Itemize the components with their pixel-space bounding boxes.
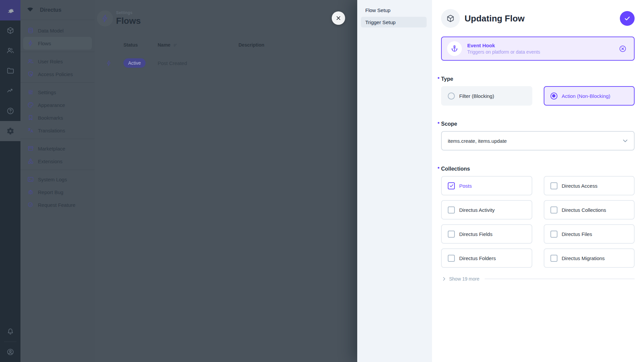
sort-icon bbox=[173, 43, 178, 48]
show-more-toggle[interactable]: Show 19 more bbox=[441, 276, 635, 282]
sidebar-item-flows[interactable]: Flows bbox=[23, 37, 92, 50]
collection-checkbox-directus-access[interactable]: Directus Access bbox=[544, 176, 635, 195]
drawer-header: Updating Flow bbox=[441, 9, 635, 28]
column-header-status[interactable]: Status bbox=[123, 42, 158, 48]
radio-action-non-blocking[interactable]: Action (Non-Blocking) bbox=[544, 86, 635, 106]
module-insights-button[interactable] bbox=[0, 81, 20, 101]
collection-checkbox-directus-files[interactable]: Directus Files bbox=[544, 224, 635, 244]
sidebar-item-system-logs[interactable]: System Logs bbox=[23, 173, 92, 186]
sidebar-item-user-roles[interactable]: User Roles bbox=[23, 55, 92, 68]
collection-checkbox-directus-fields[interactable]: Directus Fields bbox=[441, 224, 532, 244]
page-title: Flows bbox=[116, 16, 141, 26]
sidebar-item-extensions[interactable]: Extensions bbox=[23, 155, 92, 168]
page-icon-circle bbox=[97, 10, 113, 26]
sidebar-item-settings[interactable]: Settings bbox=[23, 86, 92, 99]
sidebar-item-label: Report Bug bbox=[38, 189, 63, 195]
checkbox-icon bbox=[448, 206, 455, 214]
scope-section-label: Scope bbox=[441, 121, 457, 127]
scope-select[interactable]: items.create, items.update bbox=[441, 131, 635, 150]
drawer-title: Updating Flow bbox=[465, 13, 620, 24]
chevron-down-icon bbox=[621, 137, 629, 145]
module-content-button[interactable] bbox=[0, 20, 20, 41]
directus-rabbit-icon bbox=[5, 5, 15, 15]
close-icon bbox=[335, 14, 342, 22]
chevron-right-icon bbox=[441, 276, 447, 282]
sidebar-item-label: Extensions bbox=[38, 159, 62, 164]
collections-section-label: Collections bbox=[441, 166, 470, 172]
nav-divider bbox=[20, 52, 95, 52]
scope-select-value: items.create, items.update bbox=[448, 138, 621, 144]
account-circle-icon bbox=[6, 348, 14, 356]
notifications-button[interactable] bbox=[0, 321, 20, 342]
checkbox-icon bbox=[550, 255, 557, 262]
module-files-button[interactable] bbox=[0, 61, 20, 81]
sidebar-item-label: Request Feature bbox=[38, 202, 75, 208]
sidebar-item-data-model[interactable]: Data Model bbox=[23, 24, 92, 37]
extensions-icon bbox=[27, 158, 34, 165]
flow-drawer: Flow Setup Trigger Setup Updating Flow E… bbox=[357, 0, 644, 362]
save-button[interactable] bbox=[620, 11, 635, 26]
sidebar-item-label: Bookmarks bbox=[38, 115, 63, 121]
drawer-nav-trigger-setup[interactable]: Trigger Setup bbox=[361, 17, 427, 27]
status-badge: Active bbox=[123, 58, 146, 68]
insights-icon bbox=[6, 87, 14, 95]
sidebar-item-label: Marketplace bbox=[38, 146, 65, 152]
flow-name-cell: Post Created bbox=[158, 60, 238, 66]
anchor-icon bbox=[450, 45, 459, 53]
settings-nav-sidebar: Directus Data Model Flows User Roles Acc… bbox=[20, 0, 95, 362]
sidebar-item-translations[interactable]: Translations bbox=[23, 124, 92, 137]
project-header[interactable]: Directus bbox=[20, 0, 95, 20]
drawer-icon-circle bbox=[441, 9, 460, 28]
folder-icon bbox=[6, 67, 14, 75]
sidebar-item-appearance[interactable]: Appearance bbox=[23, 99, 92, 111]
module-users-button[interactable] bbox=[0, 41, 20, 61]
required-dot bbox=[438, 77, 439, 79]
bookmark-icon bbox=[27, 114, 34, 121]
sidebar-item-label: Translations bbox=[38, 128, 65, 133]
checkbox-icon bbox=[550, 231, 557, 238]
collection-checkbox-directus-collections[interactable]: Directus Collections bbox=[544, 200, 635, 220]
sidebar-item-label: Access Policies bbox=[38, 71, 73, 77]
sidebar-item-bookmarks[interactable]: Bookmarks bbox=[23, 111, 92, 124]
sidebar-item-request-feature[interactable]: Request Feature bbox=[23, 198, 92, 211]
radio-filter-blocking[interactable]: Filter (Blocking) bbox=[441, 86, 532, 106]
database-icon bbox=[27, 27, 34, 34]
drawer-main-panel: Updating Flow Event Hook Triggers on pla… bbox=[432, 0, 644, 362]
breadcrumb[interactable]: Settings bbox=[116, 10, 141, 15]
anchor-icon-circle bbox=[447, 41, 462, 56]
sidebar-item-label: User Roles bbox=[38, 59, 63, 64]
sidebar-item-label: Flows bbox=[38, 41, 51, 46]
trigger-card-title: Event Hook bbox=[467, 43, 619, 48]
user-avatar-button[interactable] bbox=[0, 342, 20, 362]
drawer-close-button[interactable] bbox=[332, 11, 345, 25]
collection-checkbox-directus-activity[interactable]: Directus Activity bbox=[441, 200, 532, 220]
directus-logo-button[interactable] bbox=[0, 0, 20, 20]
trigger-type-card[interactable]: Event Hook Triggers on platform or data … bbox=[441, 37, 635, 61]
module-bar-spacer bbox=[0, 141, 20, 321]
badge-check-icon bbox=[27, 201, 34, 208]
radio-icon bbox=[448, 93, 455, 100]
sidebar-item-marketplace[interactable]: Marketplace bbox=[23, 142, 92, 155]
bolt-icon bbox=[101, 14, 109, 23]
module-settings-button[interactable] bbox=[0, 121, 20, 141]
collection-checkbox-directus-folders[interactable]: Directus Folders bbox=[441, 248, 532, 268]
remove-trigger-icon[interactable] bbox=[619, 45, 627, 53]
gear-icon bbox=[6, 127, 14, 135]
module-bar bbox=[0, 0, 20, 362]
sidebar-item-access-policies[interactable]: Access Policies bbox=[23, 68, 92, 80]
collection-checkbox-posts[interactable]: Posts bbox=[441, 176, 532, 195]
project-name: Directus bbox=[40, 7, 61, 13]
drawer-nav-flow-setup[interactable]: Flow Setup bbox=[361, 5, 427, 15]
shield-key-icon bbox=[27, 71, 34, 77]
checkbox-icon bbox=[448, 255, 455, 262]
nav-list: Data Model Flows User Roles Access Polic… bbox=[20, 20, 95, 211]
trigger-card-subtitle: Triggers on platform or data events bbox=[467, 49, 619, 55]
column-header-name[interactable]: Name bbox=[158, 42, 238, 48]
collection-checkbox-directus-migrations[interactable]: Directus Migrations bbox=[544, 248, 635, 268]
module-docs-button[interactable] bbox=[0, 101, 20, 121]
checkbox-icon bbox=[550, 206, 557, 214]
checkbox-icon bbox=[448, 231, 455, 238]
required-dot bbox=[438, 167, 439, 169]
sidebar-item-report-bug[interactable]: Report Bug bbox=[23, 186, 92, 198]
nav-divider bbox=[20, 139, 95, 139]
